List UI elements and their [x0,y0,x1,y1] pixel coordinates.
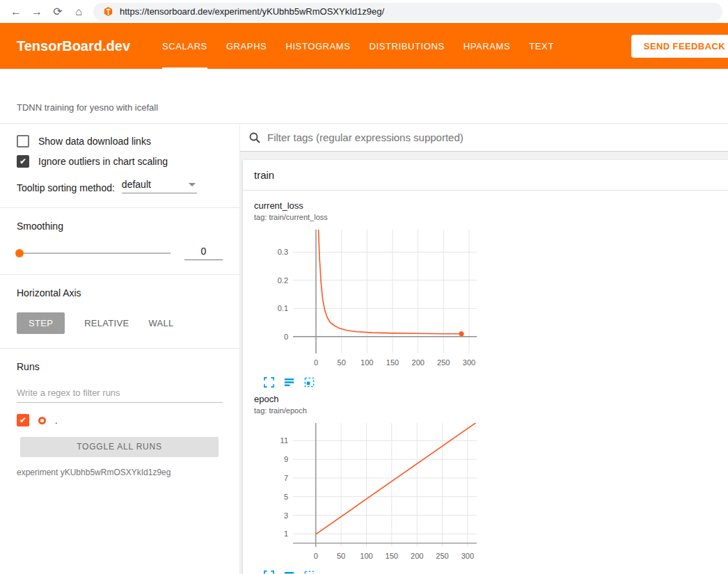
smoothing-slider[interactable] [17,253,171,254]
svg-text:100: 100 [361,358,373,367]
content: Show data download links Ignore outliers… [0,124,728,574]
browser-chrome: ← → ⟳ ⌂ https://tensorboard.dev/experime… [0,0,728,23]
svg-text:9: 9 [284,455,288,463]
tensorboard-favicon [103,6,113,17]
svg-text:250: 250 [437,358,450,367]
svg-text:50: 50 [337,552,345,560]
svg-text:50: 50 [338,358,346,367]
tooltip-sorting-value: default [122,179,151,190]
chart-title: current_loss [254,200,484,211]
chart-tag: tag: train/current_loss [254,213,484,221]
tooltip-sorting-row: Tooltip sorting method: default [17,179,223,193]
run-row[interactable]: . [17,414,223,426]
svg-text:100: 100 [360,552,372,560]
svg-text:0: 0 [314,358,318,367]
address-bar[interactable]: https://tensorboard.dev/experiment/yKUbh… [93,3,722,21]
experiment-title-bar: TDNN training for yesno with icefall [0,69,728,124]
smoothing-label: Smoothing [17,221,223,232]
reload-icon[interactable]: ⟳ [47,5,68,18]
svg-text:0.1: 0.1 [278,304,288,312]
experiment-title: TDNN training for yesno with icefall [17,102,158,113]
svg-text:0: 0 [284,333,288,341]
svg-text:5: 5 [284,493,288,501]
run-checkbox[interactable] [17,414,29,426]
relative-button[interactable]: RELATIVE [84,318,129,328]
chart-title: epoch [254,394,484,404]
svg-text:0.2: 0.2 [278,276,288,285]
svg-text:200: 200 [412,358,425,367]
run-color-swatch [38,417,46,424]
smoothing-section: Smoothing 0 [0,207,239,274]
tooltip-sorting-dropdown[interactable]: default [122,179,197,193]
url-text: https://tensorboard.dev/experiment/yKUbh… [120,6,384,17]
experiment-id: experiment yKUbhb5wRmOSXYkId1z9eg [17,468,223,477]
nav-tabs: SCALARSGRAPHSHISTOGRAMSDISTRIBUTIONSHPAR… [162,23,573,69]
smoothing-value[interactable]: 0 [184,246,223,260]
tab-scalars[interactable]: SCALARS [162,23,207,69]
show-download-links-checkbox[interactable] [17,135,29,148]
chart-plot-epoch[interactable]: 0501001502002503001357911 [254,419,484,565]
tab-hparams[interactable]: HPARAMS [464,23,511,69]
step-button[interactable]: STEP [17,312,65,334]
send-feedback-button[interactable]: SEND FEEDBACK [631,35,728,58]
general-settings-section: Show data download links Ignore outliers… [0,135,239,207]
data-table-icon[interactable] [283,570,295,574]
runs-filter-input[interactable] [17,388,223,403]
runs-label: Runs [17,361,223,372]
sidebar: Show data download links Ignore outliers… [0,124,240,574]
chart-card-epoch: epochtag: train/epoch0501001502002503001… [254,394,484,574]
back-icon[interactable]: ← [6,6,26,18]
tab-distributions[interactable]: DISTRIBUTIONS [370,23,445,69]
svg-text:200: 200 [411,552,423,560]
fit-domain-icon[interactable] [303,570,315,574]
toggle-all-runs-button[interactable]: TOGGLE ALL RUNS [20,437,219,457]
svg-text:150: 150 [386,552,398,560]
horizontal-axis-label: Horizontal Axis [17,287,223,298]
train-card: train current_losstag: train/current_los… [243,160,728,574]
ignore-outliers-label: Ignore outliers in chart scaling [38,156,168,167]
chevron-down-icon [189,183,196,186]
svg-text:150: 150 [386,358,399,367]
expand-chart-icon[interactable] [263,376,275,388]
train-section-header[interactable]: train [243,160,728,191]
tab-graphs[interactable]: GRAPHS [226,23,267,69]
horizontal-axis-section: Horizontal Axis STEP RELATIVE WALL [0,274,239,348]
tooltip-sorting-label: Tooltip sorting method: [17,182,115,193]
svg-text:11: 11 [280,436,288,445]
show-download-links-label: Show data download links [38,136,151,147]
fit-domain-icon[interactable] [303,376,315,388]
expand-chart-icon[interactable] [263,570,275,574]
svg-text:7: 7 [284,474,288,482]
chart-plot-current_loss[interactable]: 05010015020025030000.10.20.3 [254,225,484,372]
svg-text:300: 300 [461,552,474,560]
svg-text:0.3: 0.3 [278,248,288,256]
chart-card-current_loss: current_losstag: train/current_loss05010… [254,200,484,388]
tag-filter-input[interactable] [267,131,720,143]
smoothing-slider-thumb[interactable] [15,249,24,257]
charts-grid: current_losstag: train/current_loss05010… [243,191,728,574]
svg-text:0: 0 [314,552,318,560]
app-header: TensorBoard.dev SCALARSGRAPHSHISTOGRAMSD… [0,23,728,69]
data-table-icon[interactable] [283,376,295,388]
tab-text[interactable]: TEXT [529,23,554,69]
svg-text:3: 3 [284,511,288,520]
show-download-links-row[interactable]: Show data download links [17,135,223,148]
svg-text:300: 300 [463,358,475,367]
chart-tag: tag: train/epoch [254,406,484,415]
forward-icon[interactable]: → [26,6,47,18]
wall-button[interactable]: WALL [148,318,173,328]
svg-text:1: 1 [284,529,288,538]
svg-text:250: 250 [436,552,448,560]
tab-histograms[interactable]: HISTOGRAMS [285,23,350,69]
chart-toolbar [254,565,484,574]
home-icon[interactable]: ⌂ [68,6,89,18]
run-name: . [55,415,58,426]
app-logo[interactable]: TensorBoard.dev [17,38,130,54]
ignore-outliers-row[interactable]: Ignore outliers in chart scaling [17,155,223,168]
train-section-title: train [254,169,274,181]
main-area: train current_losstag: train/current_los… [240,124,728,574]
chart-toolbar [254,372,484,388]
ignore-outliers-checkbox[interactable] [17,155,29,168]
search-icon [248,131,261,144]
runs-section: Runs . TOGGLE ALL RUNS experiment yKUbhb… [0,348,239,491]
